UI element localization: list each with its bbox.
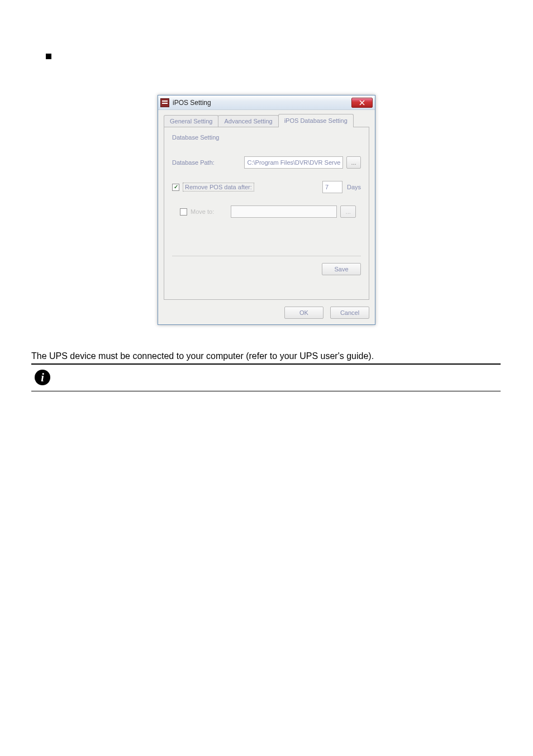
- close-icon: [359, 100, 365, 106]
- cancel-button[interactable]: Cancel: [330, 307, 369, 319]
- dialog-content: General Setting Advanced Setting iPOS Da…: [158, 110, 375, 324]
- dialog-footer: OK Cancel: [164, 307, 369, 319]
- label-remove-after: Remove POS data after:: [172, 183, 254, 192]
- body-paragraph: The UPS device must be connected to your…: [31, 351, 374, 361]
- label-database-path: Database Path:: [172, 159, 244, 166]
- tabs: General Setting Advanced Setting iPOS Da…: [164, 115, 369, 127]
- label-remove-after-text: Remove POS data after:: [183, 183, 254, 192]
- ok-button[interactable]: OK: [284, 307, 323, 319]
- app-icon: [160, 98, 169, 107]
- tab-general[interactable]: General Setting: [164, 115, 218, 127]
- input-database-path[interactable]: [244, 156, 342, 169]
- tab-database[interactable]: iPOS Database Setting: [278, 114, 354, 127]
- titlebar[interactable]: iPOS Setting: [158, 95, 375, 110]
- browse-database-path-button[interactable]: ...: [346, 156, 361, 169]
- save-button[interactable]: Save: [322, 263, 361, 275]
- tab-advanced[interactable]: Advanced Setting: [218, 115, 278, 127]
- input-remove-days[interactable]: [322, 181, 342, 193]
- save-row: Save: [172, 256, 361, 275]
- checkbox-remove-after[interactable]: [172, 184, 179, 191]
- row-database-path: Database Path: ...: [172, 156, 361, 169]
- browse-move-to-button: ...: [340, 205, 356, 218]
- info-icon: i: [35, 370, 50, 385]
- section-title: Database Setting: [172, 134, 361, 141]
- tab-panel-database: Database Setting Database Path: ... Remo…: [164, 127, 369, 300]
- dialog-title: iPOS Setting: [173, 99, 351, 107]
- divider-bottom: [31, 391, 501, 391]
- label-move-to: Move to:: [191, 208, 214, 215]
- row-remove-after: Remove POS data after: Days: [172, 181, 361, 193]
- checkbox-move-to[interactable]: [180, 208, 187, 216]
- input-move-to-path: [231, 205, 337, 218]
- label-days-unit: Days: [347, 184, 361, 190]
- bullet-square: [46, 54, 51, 59]
- divider-top: [31, 363, 501, 365]
- row-move-to: Move to: ...: [172, 205, 361, 218]
- close-button[interactable]: [351, 98, 373, 108]
- ipos-setting-dialog: iPOS Setting General Setting Advanced Se…: [158, 95, 375, 325]
